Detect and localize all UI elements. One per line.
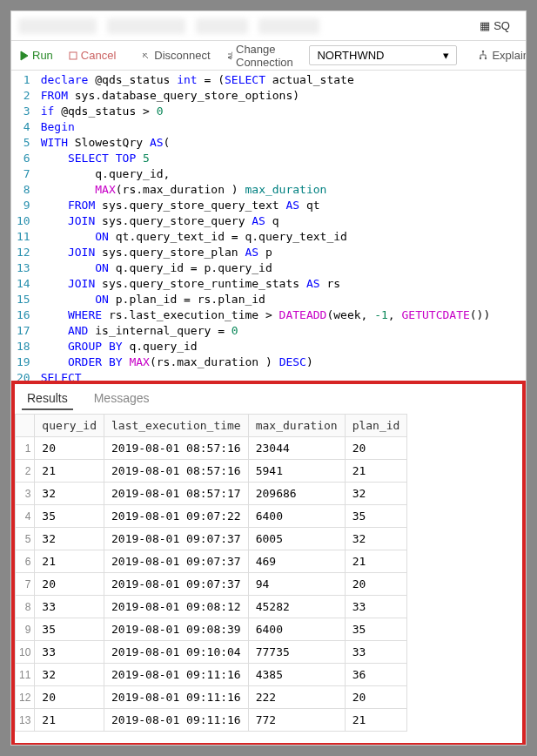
- table-row[interactable]: 5322019-08-01 09:07:37600532: [16, 528, 407, 550]
- table-cell[interactable]: 6400: [248, 505, 345, 528]
- svg-point-2: [480, 57, 481, 58]
- table-row[interactable]: 9352019-08-01 09:08:39640035: [16, 618, 407, 641]
- table-cell[interactable]: 21: [35, 709, 104, 732]
- code-editor[interactable]: 12345678910111213141516171819202122 decl…: [11, 71, 526, 381]
- table-row[interactable]: 8332019-08-01 09:08:124528233: [16, 596, 407, 618]
- table-row[interactable]: 12202019-08-01 09:11:1622220: [16, 686, 407, 709]
- table-row[interactable]: 3322019-08-01 08:57:1720968632: [16, 483, 407, 505]
- table-cell[interactable]: 33: [35, 641, 104, 664]
- tab-results[interactable]: Results: [22, 388, 73, 410]
- table-cell[interactable]: 6400: [248, 618, 345, 641]
- table-cell[interactable]: 36: [345, 664, 407, 686]
- table-cell[interactable]: 4385: [248, 664, 345, 686]
- table-cell[interactable]: 32: [35, 664, 104, 686]
- table-cell[interactable]: 2019-08-01 09:10:04: [104, 641, 248, 664]
- table-cell[interactable]: 222: [248, 686, 345, 709]
- svg-point-3: [485, 57, 487, 58]
- connection-select[interactable]: NORTHWND ▾: [309, 45, 457, 65]
- column-header[interactable]: plan_id: [345, 415, 407, 437]
- table-cell[interactable]: 32: [35, 483, 104, 505]
- line-gutter: 12345678910111213141516171819202122: [11, 71, 37, 381]
- results-grid[interactable]: query_idlast_execution_timemax_durationp…: [15, 414, 407, 732]
- table-cell[interactable]: 20: [35, 437, 104, 460]
- table-cell[interactable]: 35: [345, 618, 407, 641]
- table-cell[interactable]: 45282: [248, 596, 345, 618]
- tab-messages[interactable]: Messages: [89, 388, 155, 410]
- table-row[interactable]: 13212019-08-01 09:11:1677221: [16, 709, 407, 732]
- table-cell[interactable]: 2019-08-01 08:57:17: [104, 483, 248, 505]
- table-cell[interactable]: 2019-08-01 09:11:16: [104, 709, 248, 732]
- table-cell[interactable]: 5941: [248, 460, 345, 483]
- table-row[interactable]: 2212019-08-01 08:57:16594121: [16, 460, 407, 483]
- disconnect-label: Disconnect: [154, 49, 210, 62]
- table-cell[interactable]: 772: [248, 709, 345, 732]
- table-row[interactable]: 7202019-08-01 09:07:379420: [16, 573, 407, 596]
- tab-blurred-4[interactable]: [258, 18, 319, 34]
- results-tabs: Results Messages: [15, 384, 522, 410]
- code-area[interactable]: declare @qds_status int = (SELECT actual…: [37, 71, 526, 381]
- table-cell[interactable]: 20: [345, 573, 407, 596]
- column-header[interactable]: max_duration: [248, 415, 345, 437]
- table-row[interactable]: 1202019-08-01 08:57:162304420: [16, 437, 407, 460]
- table-cell[interactable]: 2019-08-01 09:07:37: [104, 528, 248, 550]
- table-cell[interactable]: 32: [345, 528, 407, 550]
- explain-button[interactable]: Explain: [474, 47, 527, 64]
- table-cell[interactable]: 21: [35, 460, 104, 483]
- change-connection-icon: [226, 51, 232, 61]
- change-connection-button[interactable]: Change Connection: [223, 41, 301, 71]
- tab-blurred-2[interactable]: [107, 18, 185, 34]
- stop-icon: [69, 51, 77, 60]
- table-cell[interactable]: 33: [35, 596, 104, 618]
- svg-rect-0: [70, 52, 77, 59]
- table-cell[interactable]: 21: [345, 550, 407, 573]
- column-header[interactable]: last_execution_time: [104, 415, 248, 437]
- tab-blurred-3[interactable]: [196, 18, 248, 34]
- table-cell[interactable]: 2019-08-01 09:08:12: [104, 596, 248, 618]
- tab-sql-active[interactable]: ▦ SQ: [471, 14, 519, 37]
- table-cell[interactable]: 33: [345, 596, 407, 618]
- table-cell[interactable]: 33: [345, 641, 407, 664]
- table-cell[interactable]: 77735: [248, 641, 345, 664]
- table-cell[interactable]: 21: [35, 550, 104, 573]
- table-row[interactable]: 4352019-08-01 09:07:22640035: [16, 505, 407, 528]
- table-cell[interactable]: 2019-08-01 09:07:37: [104, 573, 248, 596]
- table-cell[interactable]: 35: [35, 505, 104, 528]
- connection-name: NORTHWND: [317, 49, 384, 62]
- tab-blurred-1[interactable]: [18, 18, 97, 34]
- table-cell[interactable]: 23044: [248, 437, 345, 460]
- table-cell[interactable]: 32: [35, 528, 104, 550]
- chevron-down-icon: ▾: [443, 49, 449, 62]
- table-cell[interactable]: 209686: [248, 483, 345, 505]
- table-cell[interactable]: 20: [35, 686, 104, 709]
- table-cell[interactable]: 2019-08-01 09:11:16: [104, 686, 248, 709]
- table-cell[interactable]: 35: [345, 505, 407, 528]
- table-cell[interactable]: 35: [35, 618, 104, 641]
- explain-icon: [478, 51, 488, 61]
- table-cell[interactable]: 2019-08-01 08:57:16: [104, 437, 248, 460]
- column-header[interactable]: query_id: [35, 415, 104, 437]
- table-cell[interactable]: 21: [345, 709, 407, 732]
- table-cell[interactable]: 20: [345, 686, 407, 709]
- table-cell[interactable]: 2019-08-01 09:11:16: [104, 664, 248, 686]
- run-button[interactable]: Run: [17, 47, 57, 64]
- tab-label: SQ: [493, 19, 510, 32]
- table-cell[interactable]: 2019-08-01 09:07:37: [104, 550, 248, 573]
- table-cell[interactable]: 32: [345, 483, 407, 505]
- table-cell[interactable]: 6005: [248, 528, 345, 550]
- table-cell[interactable]: 2019-08-01 08:57:16: [104, 460, 248, 483]
- table-row[interactable]: 11322019-08-01 09:11:16438536: [16, 664, 407, 686]
- table-row[interactable]: 6212019-08-01 09:07:3746921: [16, 550, 407, 573]
- disconnect-button[interactable]: Disconnect: [137, 47, 213, 64]
- table-cell[interactable]: 469: [248, 550, 345, 573]
- disconnect-icon: [140, 51, 151, 61]
- table-cell[interactable]: 20: [345, 437, 407, 460]
- table-cell[interactable]: 20: [35, 573, 104, 596]
- cancel-button[interactable]: Cancel: [65, 47, 119, 64]
- table-cell[interactable]: 21: [345, 460, 407, 483]
- explain-label: Explain: [492, 49, 527, 62]
- table-cell[interactable]: 2019-08-01 09:07:22: [104, 505, 248, 528]
- table-row[interactable]: 10332019-08-01 09:10:047773533: [16, 641, 407, 664]
- play-icon: [20, 51, 29, 61]
- table-cell[interactable]: 2019-08-01 09:08:39: [104, 618, 248, 641]
- table-cell[interactable]: 94: [248, 573, 345, 596]
